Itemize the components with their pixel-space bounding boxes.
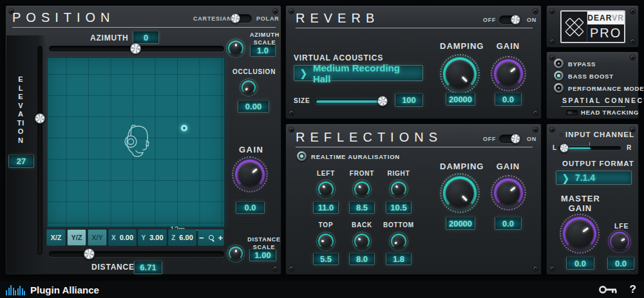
reverb-gain-value[interactable]: 0.0	[495, 93, 522, 106]
elevation-slider-handle[interactable]	[35, 113, 45, 124]
refl-back-value[interactable]: 8.0	[349, 253, 375, 265]
elevation-value[interactable]: 27	[8, 154, 34, 168]
performance-mode-radio[interactable]	[554, 83, 564, 93]
product-name: PRO	[587, 24, 624, 42]
refl-right-value[interactable]: 10.5	[386, 201, 412, 214]
azimuth-value[interactable]: 0	[133, 31, 159, 44]
size-slider-handle[interactable]	[377, 96, 388, 106]
distance-value[interactable]: 6.71	[134, 261, 162, 274]
lfe-value[interactable]: 0.0	[607, 257, 634, 270]
options-panel: BYPASS BASS BOOST PERFORMANCE MODE SPATI…	[546, 51, 639, 119]
refl-back-knob[interactable]	[352, 232, 372, 251]
master-gain-knob[interactable]	[560, 214, 600, 254]
dearvr-pro-plugin: POSITION CARTESIAN POLAR AZIMUTH 0 ELEVA…	[0, 0, 644, 298]
lfe-knob[interactable]	[608, 230, 631, 253]
zoom-out-button[interactable]: −	[199, 233, 204, 243]
distance-scale-knob[interactable]	[227, 245, 245, 263]
refl-front-knob[interactable]	[352, 180, 372, 199]
distance-slider-track[interactable]	[49, 251, 224, 257]
refl-top-value[interactable]: 5.5	[313, 253, 339, 265]
coord-z-field[interactable]: Z 6.00	[168, 229, 196, 246]
occlusion-label: OCCLUSION	[232, 68, 274, 76]
virtual-acoustics-dropdown[interactable]: ❯ Medium Recording Hall	[294, 65, 423, 81]
toggle-knob[interactable]	[231, 14, 240, 23]
position-title: POSITION	[12, 10, 115, 25]
reverb-panel: REVERB OFF ON VIRTUAL ACOUSTICS ❯ Medium…	[285, 5, 542, 119]
head-tracking-toggle[interactable]	[566, 110, 578, 115]
azimuth-scale-knob[interactable]	[226, 39, 245, 58]
plane-button-xz[interactable]: X/Z	[46, 229, 66, 246]
reflections-off-label: OFF	[483, 136, 496, 142]
branding-panel: DEARVR PRO	[546, 5, 639, 48]
refl-right-knob[interactable]	[389, 180, 408, 199]
license-key-icon[interactable]	[599, 286, 618, 293]
elevation-label: ELEVATION	[17, 75, 25, 145]
reverb-damping-value[interactable]: 20000	[446, 93, 475, 106]
bypass-radio[interactable]	[554, 59, 564, 68]
input-right-label: R	[627, 144, 632, 151]
reflections-on-off-toggle[interactable]	[499, 135, 520, 143]
bass-boost-label: BASS BOOST	[568, 73, 614, 80]
reverb-damping-knob[interactable]	[440, 54, 480, 94]
output-format-dropdown[interactable]: ❯ 7.1.4	[556, 171, 632, 185]
toggle-knob[interactable]	[511, 15, 520, 24]
plugin-alliance-brand[interactable]: Plugin Alliance	[30, 284, 99, 295]
refl-bottom-knob[interactable]	[389, 232, 408, 251]
refl-left-knob[interactable]	[316, 180, 336, 199]
plane-button-yz[interactable]: Y/Z	[67, 229, 86, 246]
realtime-auralisation-radio[interactable]	[297, 151, 307, 161]
reverb-gain-label: GAIN	[490, 42, 526, 50]
help-button[interactable]: ?	[630, 283, 636, 296]
refl-front-value[interactable]: 8.5	[349, 201, 375, 214]
size-value[interactable]: 100	[395, 93, 423, 107]
chevron-right-icon: ❯	[300, 68, 307, 79]
position-gain-knob[interactable]	[232, 156, 268, 192]
refl-gain-value[interactable]: 0.0	[495, 217, 522, 230]
refl-damping-knob[interactable]	[440, 173, 480, 213]
plane-button-label: Y/Z	[71, 234, 82, 241]
size-slider-fill	[316, 100, 383, 103]
reverb-underline	[296, 28, 533, 28]
screw-icon	[289, 8, 294, 14]
position-gain-value[interactable]: 0.0	[236, 201, 265, 214]
plane-button-label: X/Z	[50, 234, 61, 241]
cartesian-label: CARTESIAN	[193, 15, 232, 22]
refl-gain-knob[interactable]	[491, 175, 526, 210]
azimuth-slider-handle[interactable]	[130, 43, 141, 54]
refl-damping-value[interactable]: 20000	[446, 217, 475, 230]
cartesian-polar-toggle[interactable]	[231, 14, 252, 23]
screw-icon	[289, 266, 294, 272]
plane-button-label: X/Y	[91, 234, 103, 241]
master-gain-value[interactable]: 0.0	[566, 257, 594, 270]
refl-left-value[interactable]: 11.0	[313, 201, 339, 214]
refl-top-knob[interactable]	[316, 232, 336, 251]
plane-button-xy[interactable]: X/Y	[88, 229, 107, 246]
source-position-dot[interactable]	[181, 125, 187, 131]
occlusion-knob[interactable]	[240, 79, 258, 97]
position-pad[interactable]: 12m	[47, 57, 225, 227]
screw-icon	[630, 39, 636, 44]
coord-y-field[interactable]: Y 3.00	[138, 229, 167, 246]
performance-mode-label: PERFORMANCE MODE	[568, 85, 644, 92]
occlusion-value[interactable]: 0.00	[238, 100, 269, 113]
refl-gain-label: GAIN	[490, 163, 526, 171]
chevron-right-icon: ❯	[562, 172, 569, 183]
zoom-in-button[interactable]: +	[218, 233, 223, 243]
coord-value: 6.00	[179, 234, 193, 241]
elevation-slider-track[interactable]	[37, 46, 43, 256]
reverb-gain-knob[interactable]	[491, 56, 526, 91]
azimuth-scale-value[interactable]: 1.0	[250, 44, 276, 57]
refl-bottom-label: BOTTOM	[379, 221, 418, 229]
toggle-knob[interactable]	[511, 134, 520, 144]
bass-boost-radio[interactable]	[554, 71, 564, 80]
spatial-connect-label: SPATIAL CONNECT	[562, 97, 644, 104]
input-channel-handle[interactable]	[560, 144, 569, 153]
refl-bottom-value[interactable]: 1.8	[386, 253, 412, 265]
screw-icon	[549, 266, 555, 272]
distance-scale-value[interactable]: 1.00	[249, 249, 276, 261]
bypass-label: BYPASS	[568, 61, 596, 68]
coord-x-field[interactable]: X 0.00	[108, 229, 137, 246]
distance-slider-handle[interactable]	[84, 248, 95, 259]
dearvr-x-icon	[562, 12, 587, 42]
reverb-on-off-toggle[interactable]	[499, 15, 520, 24]
